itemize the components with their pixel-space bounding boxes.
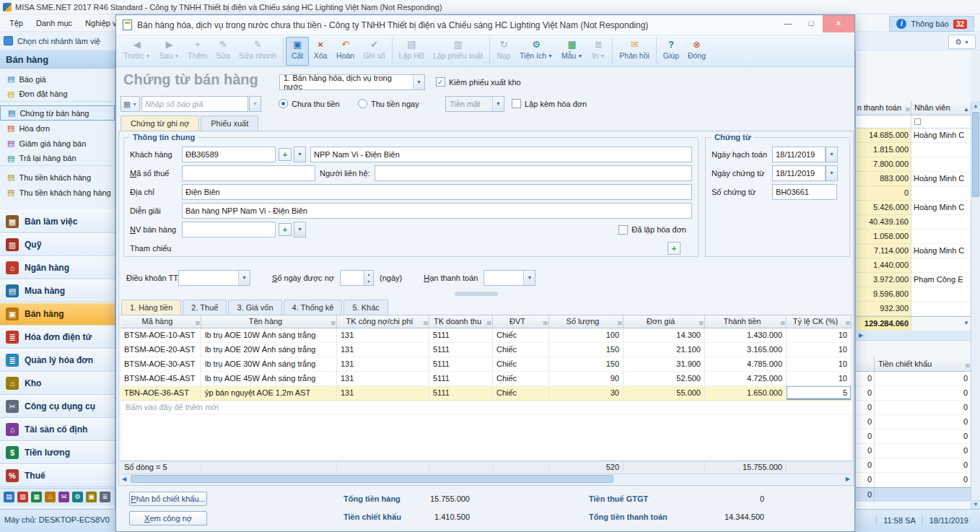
menu-item[interactable]: Danh mục <box>30 17 79 30</box>
column-don-gia[interactable]: Đơn giá⊞ <box>624 315 705 328</box>
posting-date-input[interactable] <box>772 147 826 162</box>
sidebar-module[interactable]: ≣ Hóa đơn điện tử <box>0 326 115 349</box>
grid-row[interactable]: BTSM-AOE-30-AST lb trụ AOE 30W Ánh sáng … <box>121 357 852 372</box>
column-tk-cong-no[interactable]: TK công nợ/chi phí⊞ <box>337 315 429 328</box>
toolbar-help-button[interactable]: ? Giúp <box>659 37 683 66</box>
doc-number-input[interactable] <box>772 184 837 200</box>
view-debt-button[interactable]: Xem công nợ <box>129 511 207 526</box>
discount-row[interactable]: 0 0 <box>856 401 971 415</box>
column-header-nhan-vien[interactable]: Nhân viên ▲ <box>911 101 971 115</box>
kiem-phieu-xuat-kho-checkbox[interactable]: ✓ Kiêm phiếu xuất kho <box>436 77 521 87</box>
doc-date-dropdown[interactable]: ▼ <box>826 165 838 181</box>
discount-row[interactable]: 0 0 <box>856 473 971 487</box>
radio-thu-tien-ngay[interactable]: Thu tiền ngay <box>358 99 419 108</box>
payment-row[interactable]: 40.439.160 <box>856 215 971 230</box>
grid-row[interactable]: BTSM-AOE-20-AST lb trụ AOE 20W Ánh sáng … <box>121 343 852 357</box>
radio-chua-thu-tien[interactable]: Chưa thu tiền <box>279 99 340 108</box>
toolbar-utilities-button[interactable]: ⚙ Tiện ích▼ <box>515 37 557 66</box>
sidebar-nav-item[interactable]: ▤ Thu tiền khách hàng hàng <box>0 185 115 200</box>
add-salesperson-button[interactable]: + <box>279 223 292 236</box>
sidebar-module[interactable]: ≣ Quản lý hóa đơn <box>0 349 115 372</box>
grid-row[interactable]: TBN-AOE-36-AST ýp bán nguyệt AOE 1,2m AS… <box>121 386 852 401</box>
tab-khac[interactable]: 5. Khác <box>344 300 388 315</box>
tab-hang-tien[interactable]: 1. Hàng tiền <box>121 300 181 315</box>
sidebar-module[interactable]: ▤ Mua hàng <box>0 279 115 302</box>
sidebar-module[interactable]: $ Tiền lương <box>0 441 115 464</box>
payment-row[interactable]: 7.800.000 <box>856 157 971 172</box>
filter-checkbox[interactable] <box>914 118 921 125</box>
splitter-handle[interactable] <box>455 292 498 296</box>
sidebar-nav-item[interactable]: ▤ Trả lại hàng bán <box>0 151 115 166</box>
grid-row[interactable]: BTSM-AOE-45-AST lb trụ AOE 45W Ánh sáng … <box>121 372 852 386</box>
scrollbar-thumb[interactable] <box>972 112 979 197</box>
payment-row[interactable]: 1.815.000 <box>856 143 971 157</box>
sidebar-module[interactable]: ▣ Bán hàng <box>0 302 115 326</box>
branch-selector[interactable]: Chọn chi nhánh làm việ <box>17 37 100 45</box>
toolbar-make-invoice-button[interactable]: ▤ Lập HĐ <box>395 37 429 66</box>
payment-row[interactable]: 3.972.000 Phạm Công E <box>856 273 971 287</box>
customer-code-input[interactable] <box>182 147 276 162</box>
document-type-combo[interactable]: 1. Bán hàng hóa, dịch vụ trong nước ▼ <box>279 74 425 90</box>
quick-toolbar-icon[interactable]: ▤ <box>4 492 14 502</box>
column-so-luong[interactable]: Số lượng⊞ <box>549 315 624 328</box>
tab-chung-tu-ghi-no[interactable]: Chứng từ ghi nợ <box>121 115 199 131</box>
column-ten-hang[interactable]: Tên hàng⊞ <box>201 315 337 328</box>
discount-row[interactable]: 0 0 <box>856 444 971 458</box>
column-header-thanh-toan[interactable]: n thanh toán ⊞ <box>856 101 911 115</box>
toolbar-add-button[interactable]: + Thêm <box>183 37 211 66</box>
column-ty-le-ck[interactable]: Tỷ lệ CK (%)⊞ <box>787 315 852 328</box>
lap-kem-hoa-don-checkbox[interactable]: Lập kèm hóa đơn <box>512 99 587 108</box>
quote-dropdown-button[interactable]: ▼ <box>249 96 261 112</box>
quick-toolbar-icon[interactable]: ✉ <box>58 492 69 502</box>
customer-name-input[interactable] <box>310 147 692 162</box>
add-customer-button[interactable]: + <box>279 148 292 161</box>
sidebar-nav-item[interactable]: ▤ Thu tiền khách hàng <box>0 170 115 185</box>
vertical-scrollbar[interactable]: ▲ ▼ <box>971 101 980 509</box>
toolbar-save-button[interactable]: ▣ Cất <box>286 37 309 66</box>
sidebar-nav-item[interactable]: ▤ Giảm giá hàng bán <box>0 136 115 151</box>
quick-toolbar-icon[interactable]: ▣ <box>86 492 97 502</box>
notification-button[interactable]: i Thông báo 32 <box>889 16 974 32</box>
tab-thue[interactable]: 2. Thuế <box>183 300 227 315</box>
sidebar-module[interactable]: ▦ Bàn làm việc <box>0 210 115 233</box>
doc-date-input[interactable] <box>772 165 826 181</box>
payment-row[interactable]: 7.114.000 Hoàng Minh C <box>856 244 971 258</box>
column-header-tien-chiet-khau[interactable]: Tiền chiết khấu ⊞ <box>875 357 971 372</box>
sidebar-module[interactable]: % Thuế <box>0 464 115 487</box>
tab-phieu-xuat[interactable]: Phiếu xuất <box>201 115 258 131</box>
dropdown-icon[interactable]: ▼ <box>963 320 969 326</box>
contact-input[interactable] <box>375 165 692 181</box>
payment-row[interactable]: 9.596.800 <box>856 287 971 302</box>
quick-toolbar-icon[interactable]: ⌂ <box>45 492 56 502</box>
grid-row[interactable]: BTSM-AOE-10-AST lb trụ AOE 10W Ánh sáng … <box>121 328 852 343</box>
payment-row[interactable]: 932.300 <box>856 302 971 316</box>
sidebar-module[interactable]: ⌂ Ngân hàng <box>0 256 115 279</box>
sidebar-module[interactable]: ⌂ Tài sản cố định <box>0 418 115 441</box>
toolbar-undo-button[interactable]: ↶ Hoàn <box>332 37 359 66</box>
payment-row[interactable]: 14.685.000 Hoàng Minh C <box>856 128 971 143</box>
quick-toolbar-icon[interactable]: ≣ <box>100 492 110 502</box>
posting-date-dropdown[interactable]: ▼ <box>826 147 838 162</box>
minimize-button[interactable]: — <box>776 15 800 32</box>
salesperson-dropdown-button[interactable]: ▼ <box>294 222 306 237</box>
quick-toolbar-icon[interactable]: ⚙ <box>72 492 83 502</box>
column-header-blank[interactable] <box>856 357 875 372</box>
toolbar-reload-button[interactable]: ↻ Nạp <box>492 37 515 66</box>
customer-dropdown-button[interactable]: ▼ <box>294 147 306 162</box>
add-row-link[interactable]: Bấm vào đây để thêm mới <box>121 401 852 414</box>
allocate-discount-button[interactable]: Phân bổ chiết khấu... <box>129 492 207 506</box>
credit-days-input[interactable] <box>340 270 364 286</box>
column-tk-doanh-thu[interactable]: TK doanh thu⊞ <box>429 315 493 328</box>
salesperson-input[interactable] <box>182 222 276 237</box>
payment-row[interactable]: 1.440.000 <box>856 258 971 273</box>
toolbar-prev-button[interactable]: ◀ Trước▼ <box>119 37 155 66</box>
discount-row[interactable]: 0 0 <box>856 372 971 386</box>
payment-row[interactable]: 5.426.000 Hoàng Minh C <box>856 201 971 215</box>
lookup-mode-button[interactable]: ▦▼ <box>121 96 140 112</box>
column-thanh-tien[interactable]: Thành tiền⊞ <box>705 315 787 328</box>
tab-gia-von[interactable]: 3. Giá vốn <box>228 300 281 315</box>
sidebar-nav-item[interactable]: ▤ Đơn đặt hàng <box>0 87 115 102</box>
sidebar-nav-item[interactable]: ▤ Báo giá <box>0 71 115 87</box>
terms-combo[interactable]: ▼ <box>178 270 250 286</box>
memo-input[interactable] <box>182 203 692 219</box>
